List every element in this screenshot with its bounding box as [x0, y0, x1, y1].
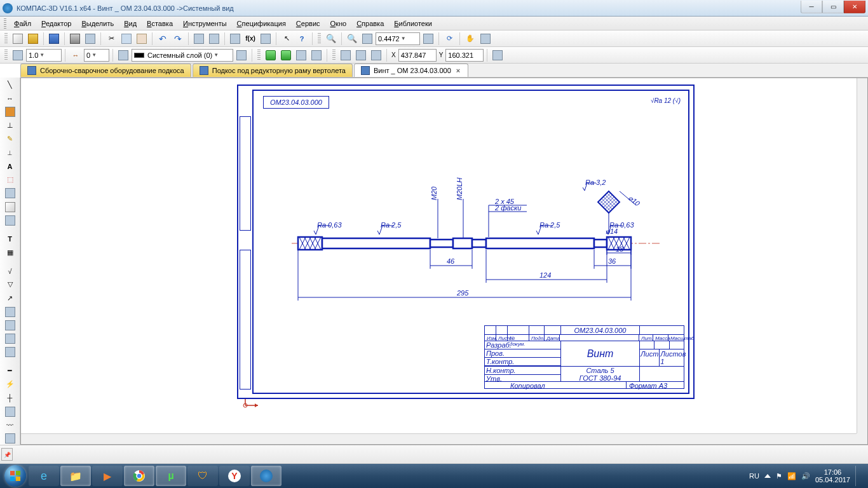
menu-help[interactable]: Справка	[353, 18, 388, 29]
help-button[interactable]: ?	[295, 32, 309, 46]
taskbar-explorer[interactable]: 📁	[60, 466, 91, 486]
posnum-tool[interactable]	[3, 333, 17, 345]
param-tool[interactable]: ⟂	[3, 147, 17, 159]
coord-y-input[interactable]	[445, 49, 484, 62]
end-button[interactable]	[491, 48, 505, 62]
step-button[interactable]: ↔	[69, 48, 83, 62]
coord-mode-button[interactable]	[339, 48, 353, 62]
spec-tool[interactable]	[3, 187, 17, 200]
snap-button[interactable]	[279, 48, 293, 62]
menu-insert[interactable]: Вставка	[143, 18, 177, 29]
cut-line-tool[interactable]: ━	[3, 365, 17, 377]
geometry-tool[interactable]: ╲	[3, 79, 17, 91]
window-close-button[interactable]: ✕	[844, 1, 865, 13]
step-combo[interactable]: 0 ▼	[84, 49, 109, 62]
grid-toggle-button[interactable]	[294, 48, 308, 62]
show-desktop-button[interactable]	[855, 466, 860, 486]
tolerance-tool[interactable]	[3, 346, 17, 358]
taskbar-utorrent[interactable]: µ	[156, 466, 186, 486]
orbit-button[interactable]	[478, 32, 492, 46]
wave-tool[interactable]: 〰	[3, 419, 17, 431]
base-tool[interactable]: ▽	[3, 278, 17, 290]
cut-button[interactable]: ✂	[104, 32, 118, 46]
layer-combo[interactable]: Системный слой (0) ▼	[132, 49, 233, 62]
start-button[interactable]	[3, 464, 28, 488]
menu-tools[interactable]: Инструменты	[179, 18, 231, 29]
cursor-button[interactable]: ↖	[280, 32, 294, 46]
toolbar-grip-4[interactable]	[257, 50, 261, 61]
arrow-tool[interactable]: ⚡	[3, 378, 17, 390]
taskbar-ie[interactable]: e	[29, 466, 59, 486]
measure-tool[interactable]: A	[3, 160, 17, 172]
edit-tool[interactable]: ✎	[3, 133, 17, 145]
constraint-tool[interactable]: ⊥	[3, 119, 17, 132]
menu-window[interactable]: Окно	[327, 18, 351, 29]
layer-manager-button[interactable]	[234, 48, 248, 62]
toolbar-grip-2[interactable]	[318, 33, 321, 44]
report-tool[interactable]	[3, 201, 17, 213]
tray-show-hidden[interactable]	[764, 474, 771, 478]
menu-select[interactable]: Выделить	[78, 18, 118, 29]
tab-close-button[interactable]: ×	[455, 67, 461, 74]
angle-button[interactable]	[354, 48, 368, 62]
roughness-tool[interactable]: √	[3, 265, 17, 277]
taskbar-chrome[interactable]	[124, 466, 154, 486]
drawing-canvas[interactable]: OM23.04.03.000 √Ra 12 (√)	[20, 78, 868, 445]
menu-file[interactable]: Файл	[10, 18, 35, 29]
copy-button[interactable]	[119, 32, 133, 46]
vertical-scrollbar[interactable]	[857, 78, 867, 433]
taskbar-yandex[interactable]: Y	[219, 466, 250, 486]
axis-tool[interactable]	[3, 405, 17, 417]
save-button[interactable]	[47, 32, 61, 46]
toolbar-grip[interactable]	[4, 33, 8, 44]
redo-button[interactable]: ↷	[171, 32, 185, 46]
text-tool[interactable]: T	[3, 233, 17, 245]
mark-tool[interactable]	[3, 319, 17, 331]
autoaxis-tool[interactable]	[3, 433, 17, 445]
print-preview-button[interactable]	[83, 32, 97, 46]
coord-x-input[interactable]	[398, 49, 437, 62]
zoom-value-combo[interactable]: 0.4472 ▼	[376, 32, 420, 45]
undo-button[interactable]: ↶	[156, 32, 170, 46]
menu-edit[interactable]: Редактор	[37, 18, 75, 29]
open-button[interactable]	[26, 32, 40, 46]
window-maximize-button[interactable]: ▭	[822, 1, 844, 13]
properties-button[interactable]	[192, 32, 206, 46]
tray-clock[interactable]: 17:06 05.04.2017	[815, 468, 850, 484]
taskbar-wmp[interactable]: ▶	[92, 466, 123, 486]
print-button[interactable]	[68, 32, 82, 46]
zoom-window-button[interactable]: 🔍	[324, 32, 338, 46]
layers-button[interactable]	[116, 48, 130, 62]
dimension-tool[interactable]: ↔	[3, 92, 17, 104]
menu-libs[interactable]: Библиотеки	[390, 18, 436, 29]
leader-tool[interactable]: ↗	[3, 292, 17, 304]
tray-network-icon[interactable]: 📶	[787, 472, 796, 480]
new-button[interactable]	[11, 32, 25, 46]
taskbar-kompas[interactable]	[251, 466, 281, 486]
ortho-button[interactable]	[264, 48, 278, 62]
fx-button[interactable]: f(x)	[243, 32, 257, 46]
brand-tool[interactable]	[3, 306, 17, 318]
view-grid-button[interactable]	[11, 48, 25, 62]
menubar-grip[interactable]	[4, 18, 6, 29]
doctab-0[interactable]: Сборочно-сварочное оборудование подкоса	[20, 64, 191, 77]
table-tool[interactable]: ▦	[3, 247, 17, 259]
doctab-1[interactable]: Подкос под редукторную раму вертолета	[193, 64, 353, 77]
tray-volume-icon[interactable]: 🔊	[801, 472, 810, 480]
select-tool[interactable]: ⬚	[3, 173, 17, 186]
vars-button[interactable]	[259, 32, 273, 46]
toolbar-grip-3[interactable]	[4, 50, 8, 61]
menu-spec[interactable]: Спецификация	[233, 18, 290, 29]
menu-view[interactable]: Вид	[120, 18, 140, 29]
tray-flag-icon[interactable]: ⚑	[776, 472, 782, 480]
taskbar-app1[interactable]: 🛡	[187, 466, 218, 486]
prop-panel-pin[interactable]: 📌	[1, 448, 13, 461]
menu-service[interactable]: Сервис	[292, 18, 324, 29]
pan-button[interactable]: ✋	[463, 32, 477, 46]
param-button[interactable]	[309, 48, 323, 62]
round-button[interactable]	[369, 48, 383, 62]
tree-button[interactable]	[207, 32, 221, 46]
zoom-fit-button[interactable]	[421, 32, 435, 46]
window-minimize-button[interactable]: ─	[801, 1, 822, 13]
horizontal-scrollbar[interactable]	[21, 433, 857, 444]
